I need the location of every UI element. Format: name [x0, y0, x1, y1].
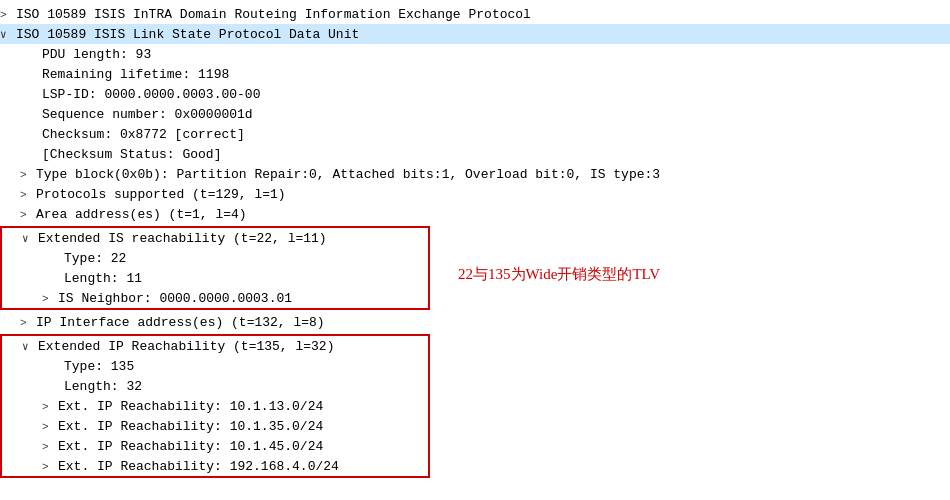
extended-ip-header-text: Extended IP Reachability (t=135, l=32): [38, 339, 334, 354]
eip-text-1: Type: 135: [64, 359, 134, 374]
eip-text-5: Ext. IP Reachability: 10.1.45.0/24: [58, 439, 323, 454]
text-1: ISO 10589 ISIS InTRA Domain Routeing Inf…: [16, 7, 531, 22]
row-11[interactable]: Area address(es) (t=1, l=4): [0, 204, 950, 224]
toggle-eip4[interactable]: [42, 419, 56, 434]
row-10[interactable]: Protocols supported (t=129, l=1): [0, 184, 950, 204]
ipif-text: IP Interface address(es) (t=132, l=8): [36, 315, 325, 330]
toggle-11[interactable]: [20, 207, 34, 222]
annotation-text: 22与135为Wide开销类型的TLV: [458, 265, 660, 284]
extended-is-header-text: Extended IS reachability (t=22, l=11): [38, 231, 327, 246]
eip-row-6[interactable]: Ext. IP Reachability: 192.168.4.0/24: [2, 456, 428, 476]
eip-text-2: Length: 32: [64, 379, 142, 394]
row-5[interactable]: LSP-ID: 0000.0000.0003.00-00: [0, 84, 950, 104]
toggle-eip5[interactable]: [42, 439, 56, 454]
text-3: PDU length: 93: [42, 47, 151, 62]
eip-row-3[interactable]: Ext. IP Reachability: 10.1.13.0/24: [2, 396, 428, 416]
row-2[interactable]: ISO 10589 ISIS Link State Protocol Data …: [0, 24, 950, 44]
extended-is-header-row[interactable]: Extended IS reachability (t=22, l=11): [2, 228, 428, 248]
eis-text-3: IS Neighbor: 0000.0000.0003.01: [58, 291, 292, 306]
text-2: ISO 10589 ISIS Link State Protocol Data …: [16, 27, 359, 42]
row-3[interactable]: PDU length: 93: [0, 44, 950, 64]
annotation-container: 22与135为Wide开销类型的TLV: [458, 234, 660, 314]
text-10: Protocols supported (t=129, l=1): [36, 187, 286, 202]
row-4[interactable]: Remaining lifetime: 1198: [0, 64, 950, 84]
main-wrapper: ISO 10589 ISIS InTRA Domain Routeing Inf…: [0, 0, 950, 484]
ip-interface-row[interactable]: IP Interface address(es) (t=132, l=8): [0, 312, 950, 332]
text-9: Type block(0x0b): Partition Repair:0, At…: [36, 167, 660, 182]
extended-is-wrapper: Extended IS reachability (t=22, l=11) Ty…: [0, 224, 950, 312]
eis-text-2: Length: 11: [64, 271, 142, 286]
eis-row-3[interactable]: IS Neighbor: 0000.0000.0003.01: [2, 288, 428, 308]
eis-row-2[interactable]: Length: 11: [2, 268, 428, 288]
text-6: Sequence number: 0x0000001d: [42, 107, 253, 122]
eip-row-2[interactable]: Length: 32: [2, 376, 428, 396]
eis-text-1: Type: 22: [64, 251, 126, 266]
toggle-2[interactable]: [0, 27, 14, 42]
eip-text-6: Ext. IP Reachability: 192.168.4.0/24: [58, 459, 339, 474]
row-9[interactable]: Type block(0x0b): Partition Repair:0, At…: [0, 164, 950, 184]
toggle-9[interactable]: [20, 167, 34, 182]
eis-row-1[interactable]: Type: 22: [2, 248, 428, 268]
toggle-eis3[interactable]: [42, 291, 56, 306]
toggle-10[interactable]: [20, 187, 34, 202]
row-8[interactable]: [Checksum Status: Good]: [0, 144, 950, 164]
text-7: Checksum: 0x8772 [correct]: [42, 127, 245, 142]
extended-ip-box: Extended IP Reachability (t=135, l=32) T…: [0, 334, 430, 478]
eip-text-3: Ext. IP Reachability: 10.1.13.0/24: [58, 399, 323, 414]
eip-row-4[interactable]: Ext. IP Reachability: 10.1.35.0/24: [2, 416, 428, 436]
extended-ip-header-row[interactable]: Extended IP Reachability (t=135, l=32): [2, 336, 428, 356]
text-5: LSP-ID: 0000.0000.0003.00-00: [42, 87, 260, 102]
tree-container: ISO 10589 ISIS InTRA Domain Routeing Inf…: [0, 0, 950, 484]
text-8: [Checksum Status: Good]: [42, 147, 221, 162]
row-7[interactable]: Checksum: 0x8772 [correct]: [0, 124, 950, 144]
toggle-eip-h[interactable]: [22, 339, 36, 354]
row-1[interactable]: ISO 10589 ISIS InTRA Domain Routeing Inf…: [0, 4, 950, 24]
eip-text-4: Ext. IP Reachability: 10.1.35.0/24: [58, 419, 323, 434]
text-11: Area address(es) (t=1, l=4): [36, 207, 247, 222]
toggle-1[interactable]: [0, 7, 14, 22]
toggle-ipif[interactable]: [20, 315, 34, 330]
row-6[interactable]: Sequence number: 0x0000001d: [0, 104, 950, 124]
toggle-eis-h[interactable]: [22, 231, 36, 246]
extended-is-box: Extended IS reachability (t=22, l=11) Ty…: [0, 226, 430, 310]
toggle-eip6[interactable]: [42, 459, 56, 474]
eip-row-5[interactable]: Ext. IP Reachability: 10.1.45.0/24: [2, 436, 428, 456]
text-4: Remaining lifetime: 1198: [42, 67, 229, 82]
toggle-eip3[interactable]: [42, 399, 56, 414]
eip-row-1[interactable]: Type: 135: [2, 356, 428, 376]
